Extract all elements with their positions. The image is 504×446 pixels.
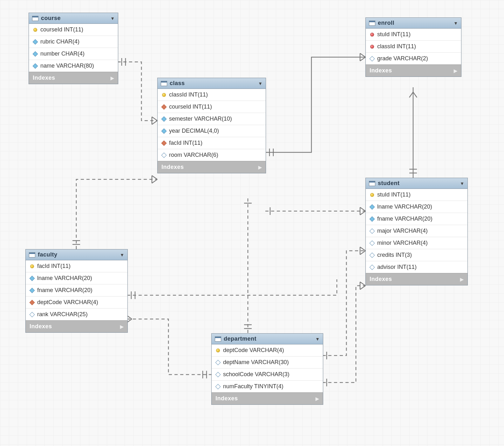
column-row[interactable]: facId INT(11): [158, 137, 266, 149]
column-label: rank VARCHAR(25): [37, 311, 88, 318]
indexes-section[interactable]: Indexes▶: [366, 64, 461, 77]
column-row[interactable]: stuId INT(11): [366, 189, 467, 201]
collapse-icon[interactable]: ▼: [110, 16, 115, 21]
column-label: classId INT(11): [377, 43, 416, 50]
column-label: rubric CHAR(4): [40, 38, 79, 45]
foreign-key-icon: [370, 44, 375, 49]
column-row[interactable]: room VARCHAR(6): [158, 149, 266, 161]
column-row[interactable]: numFaculty TINYINT(4): [212, 381, 323, 392]
column-row[interactable]: classId INT(11): [158, 89, 266, 101]
column-row[interactable]: name VARCHAR(80): [29, 60, 118, 72]
column-nullable-icon: [215, 372, 221, 377]
indexes-label: Indexes: [370, 276, 392, 283]
column-row[interactable]: advisor INT(11): [366, 261, 467, 273]
column-row[interactable]: courseId INT(11): [29, 24, 118, 36]
column-row[interactable]: deptCode VARCHAR(4): [26, 296, 127, 309]
column-nullable-icon: [370, 229, 375, 234]
column-row[interactable]: facId INT(11): [26, 260, 127, 272]
indexes-label: Indexes: [33, 75, 55, 81]
column-row[interactable]: credits INT(3): [366, 249, 467, 261]
collapse-icon[interactable]: ▼: [453, 21, 458, 26]
column-nullable-icon: [215, 360, 221, 365]
column-row[interactable]: lname VARCHAR(20): [366, 201, 467, 213]
column-row[interactable]: rubric CHAR(4): [29, 36, 118, 48]
column-row[interactable]: grade VARCHAR(2): [366, 53, 461, 64]
column-label: advisor INT(11): [377, 264, 417, 270]
indexes-label: Indexes: [370, 67, 392, 74]
column-row[interactable]: stuId INT(11): [366, 29, 461, 41]
column-row[interactable]: major VARCHAR(4): [366, 225, 467, 237]
column-row[interactable]: rank VARCHAR(25): [26, 309, 127, 320]
column-nullable-icon: [370, 241, 375, 246]
entity-header[interactable]: student▼: [366, 178, 467, 189]
column-label: number CHAR(4): [40, 50, 85, 57]
entity-department[interactable]: department▼deptCode VARCHAR(4)deptName V…: [211, 333, 323, 405]
indexes-label: Indexes: [215, 395, 238, 402]
indexes-section[interactable]: Indexes▶: [158, 161, 266, 173]
column-row[interactable]: deptName VARCHAR(30): [212, 356, 323, 369]
column-nullable-icon: [215, 384, 221, 389]
column-notnull-icon: [30, 288, 35, 293]
entity-title: student: [378, 180, 457, 187]
table-icon: [32, 16, 38, 21]
indexes-section[interactable]: Indexes▶: [212, 392, 323, 404]
entity-enroll[interactable]: enroll▼stuId INT(11)classId INT(11)grade…: [365, 17, 461, 77]
primary-key-icon: [215, 348, 221, 353]
column-row[interactable]: classId INT(11): [366, 41, 461, 53]
entity-title: class: [170, 80, 255, 87]
column-row[interactable]: minor VARCHAR(4): [366, 237, 467, 249]
indexes-section[interactable]: Indexes▶: [29, 72, 118, 84]
expand-icon[interactable]: ▶: [316, 396, 319, 401]
primary-key-icon: [370, 192, 375, 197]
expand-icon[interactable]: ▶: [120, 324, 124, 329]
column-row[interactable]: deptCode VARCHAR(4): [212, 344, 323, 356]
column-row[interactable]: lname VARCHAR(20): [26, 272, 127, 284]
table-icon: [369, 181, 375, 186]
column-row[interactable]: number CHAR(4): [29, 48, 118, 60]
collapse-icon[interactable]: ▼: [120, 252, 124, 257]
foreign-key-icon: [370, 32, 375, 37]
table-icon: [29, 252, 35, 257]
indexes-section[interactable]: Indexes▶: [26, 320, 127, 332]
column-label: classId INT(11): [169, 91, 208, 98]
table-icon: [215, 336, 221, 342]
column-row[interactable]: courseId INT(11): [158, 101, 266, 113]
column-row[interactable]: year DECIMAL(4,0): [158, 125, 266, 137]
column-label: fname VARCHAR(20): [37, 287, 92, 294]
indexes-label: Indexes: [30, 323, 52, 330]
expand-icon[interactable]: ▶: [111, 76, 114, 81]
entity-header[interactable]: class▼: [158, 78, 266, 89]
entity-faculty[interactable]: faculty▼facId INT(11)lname VARCHAR(20)fn…: [25, 249, 128, 333]
column-label: stuId INT(11): [377, 191, 411, 198]
column-row[interactable]: schoolCode VARCHAR(3): [212, 369, 323, 381]
entity-header[interactable]: enroll▼: [366, 18, 461, 29]
collapse-icon[interactable]: ▼: [460, 181, 464, 186]
column-label: year DECIMAL(4,0): [169, 128, 219, 134]
entity-course[interactable]: course▼courseId INT(11)rubric CHAR(4)num…: [29, 13, 118, 84]
entity-header[interactable]: faculty▼: [26, 250, 127, 260]
collapse-icon[interactable]: ▼: [315, 336, 320, 342]
expand-icon[interactable]: ▶: [454, 68, 458, 73]
entity-title: faculty: [38, 251, 117, 258]
column-fk-icon: [161, 141, 167, 146]
entity-header[interactable]: course▼: [29, 13, 118, 24]
column-row[interactable]: fname VARCHAR(20): [366, 213, 467, 225]
column-label: facId INT(11): [37, 263, 71, 270]
entity-title: course: [41, 15, 108, 22]
column-row[interactable]: semester VARCHAR(10): [158, 113, 266, 125]
column-row[interactable]: fname VARCHAR(20): [26, 284, 127, 296]
column-nullable-icon: [370, 265, 375, 270]
entity-header[interactable]: department▼: [212, 334, 323, 344]
primary-key-icon: [33, 27, 38, 32]
primary-key-icon: [161, 92, 167, 97]
expand-icon[interactable]: ▶: [460, 277, 464, 282]
entity-class[interactable]: class▼classId INT(11)courseId INT(11)sem…: [157, 78, 266, 173]
table-icon: [369, 21, 375, 26]
column-notnull-icon: [161, 129, 167, 134]
column-label: deptCode VARCHAR(4): [223, 347, 284, 354]
column-fk-icon: [30, 300, 35, 305]
expand-icon[interactable]: ▶: [258, 165, 262, 170]
entity-student[interactable]: student▼stuId INT(11)lname VARCHAR(20)fn…: [365, 178, 468, 285]
indexes-section[interactable]: Indexes▶: [366, 273, 467, 285]
collapse-icon[interactable]: ▼: [258, 81, 262, 86]
